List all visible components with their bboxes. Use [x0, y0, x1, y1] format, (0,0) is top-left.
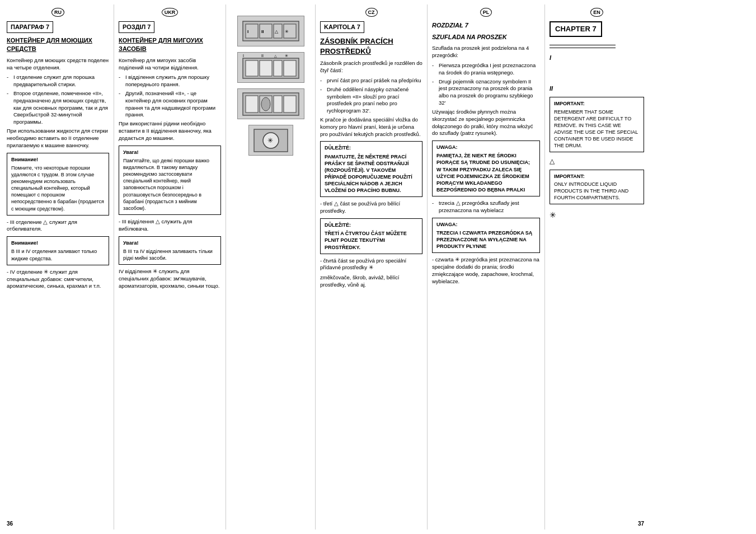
warning2-text-ru: В III и IV отделения заливают только жид…: [11, 248, 105, 261]
roman-I-en: I: [550, 54, 551, 62]
section4-ru: - IV отделение ✳ служит для специальных …: [7, 269, 109, 290]
warning-text-ru: Помните, что некоторые порошки удаляются…: [11, 165, 105, 212]
title-ru: КОНТЕЙНЕР ДЛЯ МОЮЩИХ СРЕДСТВ: [7, 36, 109, 54]
liquid-note-ukr: При використанні рідини необхідно встави…: [119, 120, 221, 142]
bullet-pl-1: - Pierwsza przegródka I jest przeznaczon…: [432, 62, 540, 77]
section-label-cz: KAPITOLA 7: [320, 21, 364, 33]
section4-ukr: IV відділення ✳ служить для спеціальних …: [119, 268, 221, 289]
bullet-ukr-1: - I відділення служить для порошку попер…: [119, 74, 221, 88]
title-cz: ZÁSOBNÍK PRACÍCH PROSTŘEDKŮ: [320, 36, 422, 57]
section-label-ru: ПАРАГРАФ 7: [7, 21, 53, 33]
warning2-box-ukr: Увага! В III та IV відділення заливають …: [119, 236, 221, 265]
svg-text:△: △: [275, 29, 279, 34]
warning2-box-title-pl: UWAGA:: [436, 221, 536, 228]
warning-box-title-cz: DŮLEŽITÉ:: [325, 144, 418, 151]
warning2-title-ru: Внимание!: [11, 240, 105, 246]
roman-II-en: II: [550, 85, 553, 93]
column-pl: PL ROZDZIAŁ 7 SZUFLADA NA PROSZEK Szufla…: [428, 4, 545, 530]
warning2-text-ukr: В III та IV відділення заливають тільки …: [123, 248, 217, 261]
section-label-ukr: РОЗДІЛ 7: [119, 21, 154, 33]
svg-rect-23: [284, 96, 296, 113]
page-container: RU ПАРАГРАФ 7 КОНТЕЙНЕР ДЛЯ МОЮЩИХ СРЕДС…: [0, 0, 756, 534]
image-drawer-1: I II △ ✳: [237, 16, 304, 46]
svg-text:I: I: [247, 29, 248, 34]
section-label-pl: ROZDZIAŁ 7: [432, 21, 540, 30]
snowflake-en: ✳: [550, 210, 644, 221]
intro-ru: Контейнер для моющих средств поделен на …: [7, 57, 109, 72]
warning2-box-text-cz: TŘETÍ A ČTVRTOU ČÁST MŮŽETE PLNIT POUZE …: [325, 230, 418, 250]
title-pl: SZUFLADA NA PROSZEK: [432, 33, 540, 41]
section4b-cz: změkčovače, škrob, aviváž, bělící prostř…: [320, 274, 422, 289]
section4-pl: - czwarta ✳ przegródka jest przeznaczona…: [432, 256, 540, 285]
important1-box-en: IMPORTANT: REMEMBER THAT SOME DETERGENT …: [550, 97, 644, 152]
warning-box-title-pl: UWAGA:: [436, 144, 536, 151]
bullet-cz-1: - první část pro prací prášek na předpír…: [320, 77, 422, 85]
warning2-box-pl: UWAGA: TRZECIA I CZWARTA PRZEGRÓDKA SĄ P…: [432, 218, 540, 254]
intro-pl: Szuflada na proszek jest podzielona na 4…: [432, 45, 540, 59]
badge-ukr: UKR: [162, 8, 179, 17]
column-en: EN CHAPTER 7 I II IMPORTANT: REMEMBER TH…: [545, 4, 649, 530]
warning-box-ru: Внимание! Помните, что некоторые порошки…: [7, 153, 109, 216]
image-drawer-2: I II △ ✳: [237, 52, 304, 83]
page-num-right: 37: [638, 520, 644, 528]
svg-text:△: △: [274, 54, 277, 58]
svg-rect-11: [260, 60, 272, 76]
column-ru: RU ПАРАГРАФ 7 КОНТЕЙНЕР ДЛЯ МОЮЩИХ СРЕДС…: [2, 4, 114, 530]
important1-text-en: REMEMBER THAT SOME DETERGENT ARE DIFFICU…: [554, 109, 640, 149]
svg-text:II: II: [261, 29, 264, 34]
title-ukr: КОНТЕЙНЕР ДЛЯ МИГОУИХ ЗАСОБІВ: [119, 36, 221, 54]
important1-title-en: IMPORTANT:: [554, 100, 640, 107]
svg-text:✳: ✳: [285, 29, 289, 34]
column-images: I II △ ✳ I II △ ✳: [226, 4, 316, 530]
image-drawer-3: [237, 88, 304, 119]
important2-title-en: IMPORTANT:: [554, 173, 640, 180]
bullet-pl-2: - Drugi pojemnik oznaczony symbolem II j…: [432, 78, 540, 107]
badge-pl: PL: [480, 8, 492, 17]
intro-cz: Zásobník pracích prostředků je rozdělen …: [320, 60, 422, 74]
section-label-en: CHAPTER 7: [550, 21, 602, 37]
badge-en: EN: [590, 8, 603, 17]
svg-text:✳: ✳: [285, 54, 288, 58]
line1-en: [550, 45, 616, 45]
svg-text:II: II: [261, 54, 264, 58]
column-ukr: UKR РОЗДІЛ 7 КОНТЕЙНЕР ДЛЯ МИГОУИХ ЗАСОБ…: [114, 4, 226, 530]
image-drawer-4: ✳: [248, 125, 293, 156]
warning-box-text-pl: PAMIĘTAJ, ŻE NIEKT RE ŚRODKI PIORĄCE SĄ …: [436, 152, 536, 193]
warning2-box-text-pl: TRZECIA I CZWARTA PRZEGRÓDKA SĄ PRZEZNAC…: [436, 229, 536, 250]
bullet-ru-1: - I отделение служит для порошка предвар…: [7, 74, 109, 88]
badge-cz: CZ: [365, 8, 378, 17]
warning-box-cz: DŮLEŽITÉ: PAMATUJTE, ŽE NĚKTERÉ PRACÍ PR…: [320, 141, 422, 197]
svg-point-21: [261, 97, 270, 111]
line2-en: [550, 48, 616, 48]
insert-note-cz: K pračce je dodávána speciální vložka do…: [320, 116, 422, 138]
warning-box-ukr: Увага! Пам'ятайте, що деякі порошки важк…: [119, 146, 221, 215]
bullet-ru-2: - Второе отделение, помеченное «II», пре…: [7, 90, 109, 126]
intro-ukr: Контейнер для мигоуих засобів поділений …: [119, 57, 221, 72]
section3-ru: - III отделение △ служит для отбеливател…: [7, 219, 109, 233]
important2-box-en: IMPORTANT: ONLY INTRODUCE LIQUID PRODUCT…: [550, 170, 644, 205]
important2-text-en: ONLY INTRODUCE LIQUID PRODUCTS IN THE TH…: [554, 181, 640, 201]
warning2-title-ukr: Увага!: [123, 240, 217, 246]
svg-rect-22: [274, 96, 282, 113]
bullet-ukr-2: - Другий, позначений «II», - це контейне…: [119, 90, 221, 119]
warning-text-ukr: Пам'ятайте, що деякі порошки важко видал…: [123, 157, 217, 212]
section3-pl: - trzecia △ przegródka szuflady jest prz…: [432, 200, 540, 214]
section3-triangle-en: △: [550, 157, 644, 166]
warning-box-text-cz: PAMATUJTE, ŽE NĚKTERÉ PRACÍ PRÁŠKY SE ŠP…: [325, 153, 418, 194]
badge-ru: RU: [51, 8, 64, 17]
section3-ukr: - III відділення △ служить для вибілювач…: [119, 218, 221, 233]
liquid-note-pl: Używając środków płynnych można skorzyst…: [432, 109, 540, 137]
svg-rect-12: [274, 60, 282, 76]
column-cz: CZ KAPITOLA 7 ZÁSOBNÍK PRACÍCH PROSTŘEDK…: [316, 4, 428, 530]
warning2-box-cz: DŮLEŽITÉ: TŘETÍ A ČTVRTOU ČÁST MŮŽETE PL…: [320, 218, 422, 254]
svg-rect-10: [246, 60, 258, 76]
warning-box-pl: UWAGA: PAMIĘTAJ, ŻE NIEKT RE ŚRODKI PIOR…: [432, 140, 540, 196]
section4-cz: - čtvrtá část se používá pro speciální p…: [320, 257, 422, 272]
bullet-cz-2: - Druhé oddělení násypky označené symbol…: [320, 86, 422, 115]
warning-title-ukr: Увага!: [123, 149, 217, 156]
section3-cz: - třetí △ část se používá pro bělící pro…: [320, 200, 422, 215]
warning2-box-title-cz: DŮLEŽITÉ:: [325, 222, 418, 228]
svg-text:✳: ✳: [267, 137, 273, 144]
warning2-box-ru: Внимание! В III и IV отделения заливают …: [7, 236, 109, 265]
liquid-note-ru: При использовании жидкости для стирки не…: [7, 128, 109, 149]
